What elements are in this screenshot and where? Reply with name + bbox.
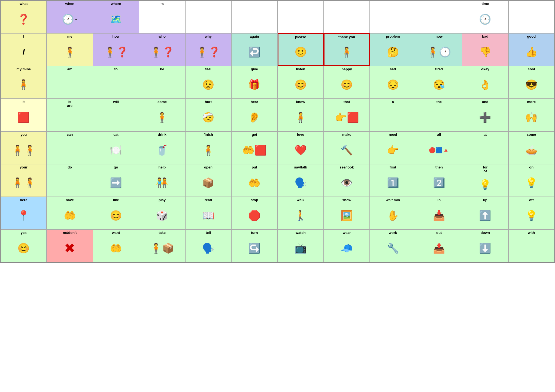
- cell-to[interactable]: to: [93, 66, 139, 99]
- cell-and[interactable]: and ➕: [462, 99, 508, 131]
- icon-good: 👍: [525, 39, 538, 65]
- cell-put[interactable]: put 🤲: [231, 164, 277, 197]
- cell-when[interactable]: when 🕐↔: [47, 1, 93, 33]
- cell-what[interactable]: what ❓: [1, 1, 47, 33]
- cell-feel[interactable]: feel 😟: [185, 66, 231, 99]
- cell-drink[interactable]: drink 🥤: [139, 131, 185, 164]
- cell-down[interactable]: down ⬇️: [462, 230, 508, 262]
- cell-good[interactable]: good 👍: [508, 33, 554, 66]
- label-take: take: [159, 231, 166, 235]
- cell-eat[interactable]: eat 🍽️: [93, 131, 139, 164]
- label-turn: turn: [251, 231, 258, 235]
- cell-make[interactable]: make 🔨: [324, 131, 370, 164]
- icon-that: 👉🟥: [335, 104, 359, 131]
- cell-mymine[interactable]: my/mine 🧍: [1, 66, 47, 99]
- cell-can[interactable]: can: [47, 131, 93, 164]
- cell-walk[interactable]: walk 🚶: [278, 197, 324, 230]
- cell-it[interactable]: it 🟥: [1, 99, 47, 131]
- cell-get[interactable]: get 🤲🟥: [231, 131, 277, 164]
- cell-come[interactable]: come 🧍: [139, 99, 185, 131]
- cell-is-are[interactable]: is are: [47, 99, 93, 131]
- cell-the[interactable]: the: [416, 99, 462, 131]
- icon-say-talk: 🗣️: [295, 170, 307, 196]
- cell-me[interactable]: me 🧍: [47, 33, 93, 66]
- cell-be[interactable]: be: [139, 66, 185, 99]
- cell-now[interactable]: now 🧍🕐: [416, 33, 462, 66]
- cell-hurt[interactable]: hurt 🤕: [185, 99, 231, 131]
- cell-help[interactable]: help 🧑‍🤝‍🧑: [139, 164, 185, 197]
- cell-up[interactable]: up ⬆️: [462, 197, 508, 230]
- cell-give[interactable]: give 🎁: [231, 66, 277, 99]
- label-all: all: [437, 133, 441, 137]
- cell-no-dont[interactable]: no/don't ✖: [47, 230, 93, 262]
- cell-turn[interactable]: turn ↪️: [231, 230, 277, 262]
- cell-time[interactable]: time 🕐: [462, 1, 508, 33]
- cell-do[interactable]: do: [47, 164, 93, 197]
- cell-you[interactable]: you 🧍🧍: [1, 131, 47, 164]
- cell-cool[interactable]: cool 😎: [508, 66, 554, 99]
- cell-work[interactable]: work 🔧: [370, 230, 416, 262]
- cell-tell[interactable]: tell 🗣️: [185, 230, 231, 262]
- cell-read[interactable]: read 📖: [185, 197, 231, 230]
- cell-wait-min[interactable]: wait min ✋: [370, 197, 416, 230]
- cell-am[interactable]: am: [47, 66, 93, 99]
- cell-your[interactable]: your 🧍🧍: [1, 164, 47, 197]
- cell-in[interactable]: in 📥: [416, 197, 462, 230]
- cell-sad[interactable]: sad 😔: [370, 66, 416, 99]
- cell-where[interactable]: where 🗺️: [93, 1, 139, 33]
- cell-some[interactable]: some 🥧: [508, 131, 554, 164]
- cell-here[interactable]: here 📍: [1, 197, 47, 230]
- cell-will[interactable]: will: [93, 99, 139, 131]
- cell-first[interactable]: first 1️⃣: [370, 164, 416, 197]
- label-say-talk: say/talk: [294, 165, 307, 169]
- cell-see-look[interactable]: see/look 👁️: [324, 164, 370, 197]
- cell-how[interactable]: how 🧍❓: [93, 33, 139, 66]
- cell-open[interactable]: open 📦: [185, 164, 231, 197]
- cell-show[interactable]: show 🖼️: [324, 197, 370, 230]
- label-come: come: [157, 100, 167, 104]
- cell-out[interactable]: out 📤: [416, 230, 462, 262]
- cell-okay[interactable]: okay 👌: [462, 66, 508, 99]
- cell-please[interactable]: please 🙂: [278, 33, 324, 66]
- cell-say-talk[interactable]: say/talk 🗣️: [278, 164, 324, 197]
- cell-need[interactable]: need 👉: [370, 131, 416, 164]
- cell-happy[interactable]: happy 😊: [324, 66, 370, 99]
- cell-more[interactable]: more 🙌: [508, 99, 554, 131]
- cell-finish[interactable]: finish 🧍: [185, 131, 231, 164]
- cell-at[interactable]: at: [462, 131, 508, 164]
- label-in: in: [438, 198, 441, 202]
- cell-a[interactable]: a: [370, 99, 416, 131]
- cell-again[interactable]: again ↩️: [231, 33, 277, 66]
- cell-on[interactable]: on 💡: [508, 164, 554, 197]
- cell-why[interactable]: why 🧍❓: [185, 33, 231, 66]
- cell-play[interactable]: play 🎲: [139, 197, 185, 230]
- cell-thank-you[interactable]: thank you 🧍: [324, 33, 370, 66]
- cell-who[interactable]: who 🧍❓: [139, 33, 185, 66]
- cell-off[interactable]: off 💡: [508, 197, 554, 230]
- cell-I[interactable]: I I: [1, 33, 47, 66]
- cell-stop[interactable]: stop 🛑: [231, 197, 277, 230]
- cell-have[interactable]: have 🤲: [47, 197, 93, 230]
- cell-for-of[interactable]: for of 💡: [462, 164, 508, 197]
- cell-yes[interactable]: yes 😊: [1, 230, 47, 262]
- cell-go[interactable]: go ➡️: [93, 164, 139, 197]
- cell-suffix-s[interactable]: -s: [139, 1, 185, 33]
- cell-wear[interactable]: wear 🧢: [324, 230, 370, 262]
- cell-then[interactable]: then 2️⃣: [416, 164, 462, 197]
- cell-all[interactable]: all 🔴🟦🔺: [416, 131, 462, 164]
- cell-take[interactable]: take 🧍📦: [139, 230, 185, 262]
- cell-problem[interactable]: problem 🤔: [370, 33, 416, 66]
- cell-like[interactable]: like 😊: [93, 197, 139, 230]
- cell-listen[interactable]: listen 😊: [278, 66, 324, 99]
- cell-hear[interactable]: hear 👂: [231, 99, 277, 131]
- cell-watch[interactable]: watch 📺: [278, 230, 324, 262]
- cell-bad[interactable]: bad 👎: [462, 33, 508, 66]
- icon-open: 📦: [202, 170, 214, 196]
- cell-know[interactable]: know 🧍: [278, 99, 324, 131]
- cell-love[interactable]: love ❤️: [278, 131, 324, 164]
- cell-tired[interactable]: tired 😪: [416, 66, 462, 99]
- cell-with[interactable]: with: [508, 230, 554, 262]
- cell-that[interactable]: that 👉🟥: [324, 99, 370, 131]
- label-down: down: [481, 231, 490, 235]
- cell-want[interactable]: want 🤲: [93, 230, 139, 262]
